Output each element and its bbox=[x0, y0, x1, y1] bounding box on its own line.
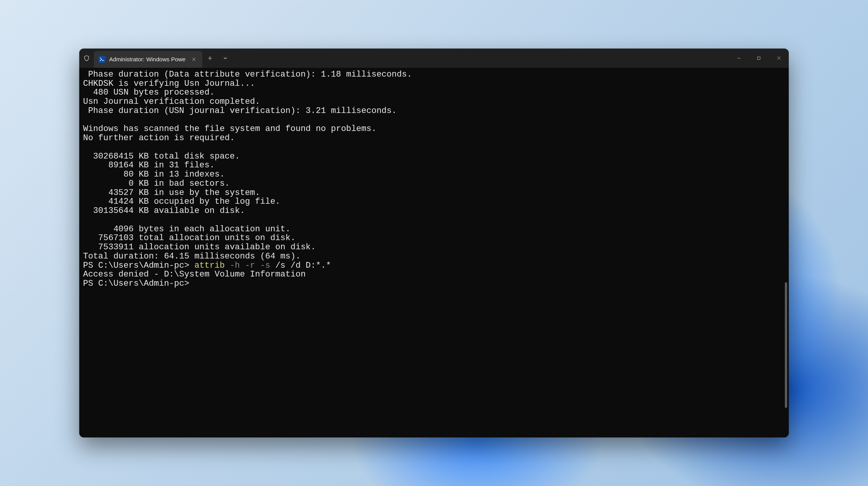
terminal-window: Administrator: Windows Powe bbox=[79, 49, 789, 437]
terminal-output: Phase duration (Data attribute verificat… bbox=[83, 70, 785, 288]
terminal-pane[interactable]: Phase duration (Data attribute verificat… bbox=[79, 68, 789, 437]
maximize-button[interactable] bbox=[749, 49, 769, 68]
titlebar-drag-region[interactable] bbox=[233, 49, 729, 68]
tab-powershell[interactable]: Administrator: Windows Powe bbox=[94, 51, 202, 68]
new-tab-button[interactable] bbox=[202, 56, 218, 61]
tab-title: Administrator: Windows Powe bbox=[109, 56, 185, 62]
minimize-button[interactable] bbox=[729, 49, 749, 68]
tab-dropdown-button[interactable] bbox=[218, 56, 233, 61]
titlebar[interactable]: Administrator: Windows Powe bbox=[79, 49, 789, 68]
close-window-button[interactable] bbox=[769, 49, 789, 68]
svg-rect-0 bbox=[758, 57, 760, 59]
shield-icon bbox=[79, 55, 94, 62]
scrollbar-thumb[interactable] bbox=[785, 282, 787, 408]
tab-close-button[interactable] bbox=[189, 55, 199, 64]
powershell-icon bbox=[98, 56, 105, 63]
